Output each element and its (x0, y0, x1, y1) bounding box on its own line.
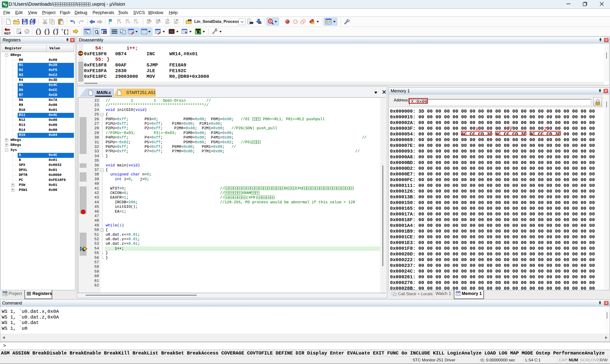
svg-text:RST: RST (4, 32, 11, 35)
svg-text:{}: {} (63, 29, 68, 35)
svg-text:d: d (269, 19, 272, 23)
svg-text:S: S (104, 31, 106, 35)
svg-text:{}: {} (35, 29, 42, 35)
